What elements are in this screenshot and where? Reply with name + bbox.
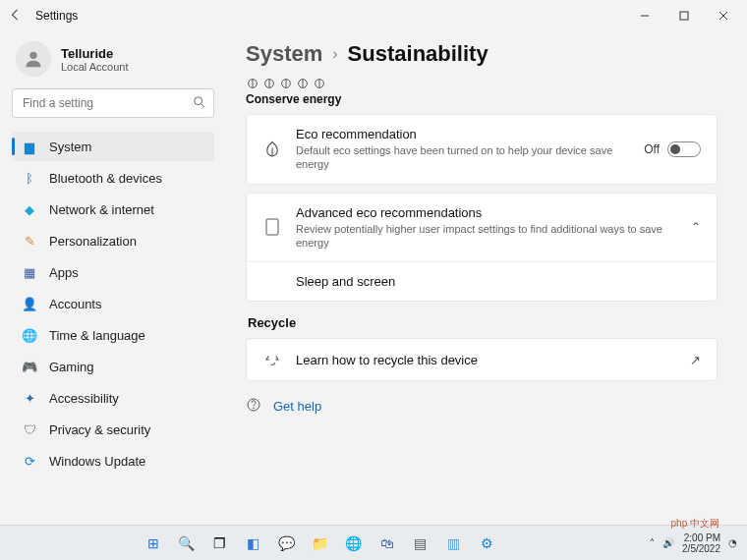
system-tray[interactable]: ˄ 🔊 2:00 PM 2/5/2022 ◔ — [640, 532, 747, 554]
svg-line-4 — [201, 104, 205, 108]
shield-icon: 🛡 — [22, 421, 37, 437]
advanced-sub: Review potentially higher user impact se… — [296, 222, 677, 251]
minimize-button[interactable] — [625, 2, 664, 29]
chevron-up-icon: ⌃ — [691, 220, 701, 234]
nav-list: ▆System ᛒBluetooth & devices ◆Network & … — [12, 132, 214, 476]
taskbar-search[interactable]: 🔍 — [174, 531, 200, 556]
svg-point-3 — [195, 97, 202, 105]
recycle-card: Learn how to recycle this device ↗ — [246, 338, 718, 381]
svg-point-2 — [29, 52, 36, 59]
breadcrumb: System › Sustainability — [246, 41, 718, 67]
recycle-header: Recycle — [248, 315, 718, 330]
search-input[interactable] — [12, 88, 214, 118]
chevron-right-icon: › — [332, 45, 337, 63]
tray-date: 2/5/2022 — [682, 543, 720, 554]
update-icon: ⟳ — [22, 453, 37, 469]
nav-system[interactable]: ▆System — [12, 132, 214, 161]
nav-accessibility[interactable]: ✦Accessibility — [12, 383, 214, 413]
nav-network[interactable]: ◆Network & internet — [12, 195, 214, 224]
watermark: php 中文网 — [671, 517, 719, 531]
account-type: Local Account — [61, 61, 129, 73]
nav-label: System — [49, 140, 91, 154]
recycle-row[interactable]: Learn how to recycle this device ↗ — [247, 339, 717, 380]
get-help[interactable]: Get help — [246, 397, 718, 416]
recycle-row-label: Learn how to recycle this device — [296, 353, 676, 367]
gaming-icon: 🎮 — [22, 359, 37, 374]
nav-label: Accessibility — [49, 391, 119, 406]
start-button[interactable]: ⊞ — [141, 531, 166, 556]
nav-label: Network & internet — [49, 202, 154, 217]
eco-toggle[interactable] — [667, 141, 701, 157]
back-button[interactable] — [4, 8, 28, 25]
accessibility-icon: ✦ — [22, 390, 37, 406]
eco-recommendation-card: Eco recommendation Default eco settings … — [246, 114, 718, 185]
nav-accounts[interactable]: 👤Accounts — [12, 289, 214, 318]
nav-apps[interactable]: ▦Apps — [12, 257, 214, 287]
taskbar-app-2[interactable]: ▥ — [441, 531, 467, 556]
volume-icon[interactable]: 🔊 — [662, 537, 674, 548]
svg-rect-15 — [266, 219, 278, 235]
eco-title: Eco recommendation — [296, 127, 630, 141]
advanced-title: Advanced eco recommendations — [296, 205, 677, 220]
sleep-screen-label: Sleep and screen — [296, 274, 701, 289]
edge[interactable]: 🌐 — [341, 531, 367, 556]
advanced-eco-card: Advanced eco recommendations Review pote… — [246, 193, 718, 303]
toggle-state-label: Off — [644, 142, 660, 156]
nav-label: Gaming — [49, 360, 94, 374]
leaf-icon — [262, 140, 282, 158]
help-icon — [246, 397, 261, 416]
tray-chevron-icon[interactable]: ˄ — [650, 537, 655, 548]
wifi-icon: ◆ — [22, 201, 37, 217]
leaf-rating — [246, 77, 718, 90]
nav-label: Windows Update — [49, 454, 145, 469]
recycle-icon — [262, 351, 282, 368]
window-title: Settings — [35, 9, 78, 23]
eco-recommendation-row[interactable]: Eco recommendation Default eco settings … — [247, 115, 717, 184]
settings-taskbar[interactable]: ⚙ — [475, 531, 500, 556]
globe-icon: 🌐 — [22, 327, 37, 343]
account-block[interactable]: Telluride Local Account — [12, 37, 214, 88]
sleep-screen-row[interactable]: Sleep and screen — [247, 261, 717, 301]
nav-label: Bluetooth & devices — [49, 171, 162, 186]
widgets[interactable]: ◧ — [241, 531, 266, 556]
device-icon — [262, 218, 282, 236]
nav-label: Accounts — [49, 297, 101, 311]
svg-rect-1 — [680, 12, 688, 20]
person-icon: 👤 — [22, 296, 37, 311]
account-name: Telluride — [61, 46, 129, 61]
store[interactable]: 🛍 — [374, 531, 400, 556]
taskbar-app-1[interactable]: ▤ — [408, 531, 433, 556]
task-view[interactable]: ❐ — [207, 531, 233, 556]
avatar — [16, 41, 51, 77]
nav-label: Privacy & security — [49, 422, 150, 437]
notifications-icon[interactable]: ◔ — [728, 537, 737, 548]
advanced-eco-row[interactable]: Advanced eco recommendations Review pote… — [247, 194, 717, 262]
nav-label: Time & language — [49, 328, 145, 343]
eco-sub: Default eco settings have been turned on… — [296, 143, 630, 172]
system-icon: ▆ — [22, 139, 37, 154]
maximize-button[interactable] — [664, 2, 704, 29]
nav-time[interactable]: 🌐Time & language — [12, 320, 214, 350]
close-button[interactable] — [704, 2, 743, 29]
breadcrumb-parent[interactable]: System — [246, 41, 322, 67]
breadcrumb-current: Sustainability — [348, 41, 488, 67]
external-link-icon: ↗ — [690, 353, 701, 367]
taskbar-apps: ⊞ 🔍 ❐ ◧ 💬 📁 🌐 🛍 ▤ ▥ ⚙ — [0, 531, 640, 556]
nav-privacy[interactable]: 🛡Privacy & security — [12, 415, 214, 444]
sidebar: Telluride Local Account ▆System ᛒBluetoo… — [0, 31, 226, 525]
nav-personalization[interactable]: ✎Personalization — [12, 226, 214, 255]
search-icon — [193, 95, 206, 113]
nav-bluetooth[interactable]: ᛒBluetooth & devices — [12, 163, 214, 193]
file-explorer[interactable]: 📁 — [308, 531, 333, 556]
taskbar: ⊞ 🔍 ❐ ◧ 💬 📁 🌐 🛍 ▤ ▥ ⚙ ˄ 🔊 2:00 PM 2/5/20… — [0, 525, 747, 560]
conserve-energy-header: Conserve energy — [246, 92, 718, 106]
nav-update[interactable]: ⟳Windows Update — [12, 446, 214, 476]
chat[interactable]: 💬 — [274, 531, 300, 556]
bluetooth-icon: ᛒ — [22, 170, 37, 186]
apps-icon: ▦ — [22, 264, 37, 280]
nav-label: Personalization — [49, 234, 137, 249]
nav-gaming[interactable]: 🎮Gaming — [12, 352, 214, 381]
brush-icon: ✎ — [22, 233, 37, 249]
search-box[interactable] — [12, 88, 214, 118]
get-help-link[interactable]: Get help — [273, 399, 321, 414]
